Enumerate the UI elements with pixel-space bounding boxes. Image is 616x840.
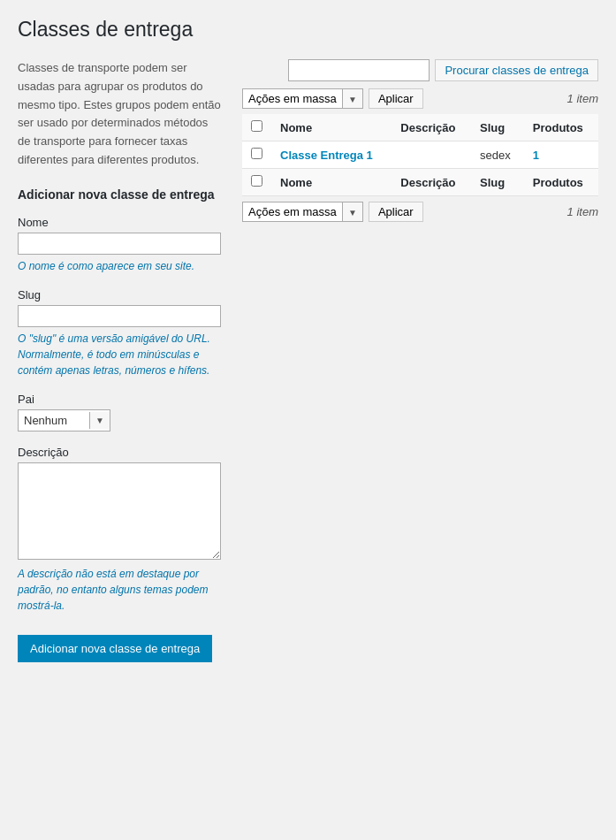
slug-hint: O "slug" é uma versão amigável do URL. N… [18, 331, 221, 378]
col-footer-slug: Slug [471, 169, 524, 196]
select-all-header[interactable] [242, 114, 271, 141]
col-footer-produtos: Produtos [524, 169, 598, 196]
slug-input[interactable] [18, 305, 221, 327]
descricao-textarea[interactable] [18, 462, 221, 560]
page-title: Classes de entrega [18, 18, 598, 42]
search-row: Procurar classes de entrega [242, 59, 598, 81]
apply-top-button[interactable]: Aplicar [369, 88, 423, 109]
bulk-action-select-top[interactable]: Ações em massa [243, 89, 342, 108]
row-products: 1 [524, 141, 598, 169]
col-footer-descricao: Descrição [392, 169, 471, 196]
table-header-row: Nome Descrição Slug Produtos [242, 114, 598, 141]
classes-table: Nome Descrição Slug Produtos Classe Entr… [242, 114, 598, 196]
descricao-label: Descrição [18, 446, 221, 459]
tablenav-top: Ações em massa ▼ Aplicar 1 item [242, 88, 598, 109]
search-input[interactable] [288, 59, 430, 81]
nome-input[interactable] [18, 233, 221, 255]
row-products-link[interactable]: 1 [533, 149, 539, 162]
bulk-select-bottom-wrapper[interactable]: Ações em massa ▼ [242, 202, 363, 222]
panel-description: Classes de transporte podem ser usadas p… [18, 59, 221, 170]
chevron-down-icon: ▼ [348, 208, 357, 218]
tablenav-bottom: Ações em massa ▼ Aplicar 1 item [242, 202, 598, 222]
descricao-hint: A descrição não está em destaque por pad… [18, 566, 221, 614]
pai-dropdown-btn[interactable]: ▼ [89, 412, 110, 429]
row-checkbox[interactable] [251, 148, 262, 159]
select-all-checkbox[interactable] [251, 120, 262, 132]
select-all-footer[interactable] [242, 169, 271, 196]
row-slug: sedex [471, 141, 524, 169]
table-footer-row: Nome Descrição Slug Produtos [242, 169, 598, 196]
bulk-action-select-bottom[interactable]: Ações em massa [243, 202, 342, 221]
search-button[interactable]: Procurar classes de entrega [435, 59, 598, 81]
add-section-title: Adicionar nova classe de entrega [18, 187, 221, 202]
item-count-top: 1 item [567, 92, 598, 105]
chevron-down-icon: ▼ [348, 95, 357, 104]
row-name: Classe Entrega 1 [271, 141, 392, 169]
slug-label: Slug [18, 288, 221, 302]
pai-field-group: Pai Nenhum ▼ [18, 393, 221, 431]
col-header-nome: Nome [271, 114, 392, 141]
col-header-produtos: Produtos [524, 114, 598, 141]
col-footer-nome: Nome [271, 169, 392, 196]
descricao-field-group: Descrição A descrição não está em destaq… [18, 446, 221, 614]
nome-hint: O nome é como aparece em seu site. [18, 258, 221, 274]
pai-select[interactable]: Nenhum [19, 410, 89, 431]
right-panel: Procurar classes de entrega Ações em mas… [242, 59, 598, 227]
table-row: Classe Entrega 1 sedex 1 [242, 141, 598, 169]
chevron-down-icon: ▼ [95, 416, 104, 425]
row-checkbox-cell[interactable] [242, 141, 271, 169]
pai-label: Pai [18, 393, 221, 406]
select-all-footer-checkbox[interactable] [251, 175, 262, 187]
left-panel: Classes de transporte podem ser usadas p… [18, 59, 221, 662]
bulk-dropdown-bottom-btn[interactable]: ▼ [342, 202, 362, 221]
pai-select-wrapper[interactable]: Nenhum ▼ [18, 409, 110, 431]
item-count-bottom: 1 item [567, 205, 598, 218]
col-header-slug: Slug [471, 114, 524, 141]
row-description [392, 141, 471, 169]
bulk-dropdown-top-btn[interactable]: ▼ [342, 89, 362, 108]
nome-label: Nome [18, 216, 221, 229]
nome-field-group: Nome O nome é como aparece em seu site. [18, 216, 221, 274]
bulk-select-top-wrapper[interactable]: Ações em massa ▼ [242, 88, 363, 109]
row-name-link[interactable]: Classe Entrega 1 [280, 149, 373, 162]
slug-field-group: Slug O "slug" é uma versão amigável do U… [18, 288, 221, 378]
add-class-button[interactable]: Adicionar nova classe de entrega [18, 635, 212, 662]
apply-bottom-button[interactable]: Aplicar [369, 202, 423, 222]
col-header-descricao: Descrição [392, 114, 471, 141]
